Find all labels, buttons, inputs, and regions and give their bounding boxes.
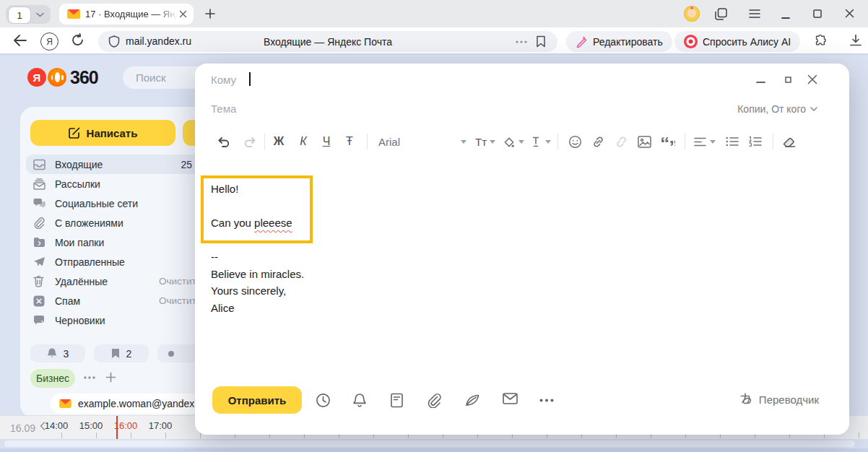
tab-groups-icon[interactable]	[715, 8, 727, 20]
compose-window: Кому Тема Копии, От кого Ж К Ч Ŧ Arial	[195, 64, 849, 435]
formatting-toolbar: Ж К Ч Ŧ Arial Tт	[195, 130, 849, 153]
letter-envelope-icon[interactable]	[503, 393, 518, 404]
bold-button[interactable]: Ж	[270, 130, 287, 153]
account-email: example.woman@yandex.ru	[78, 398, 207, 409]
compose-minimize-icon[interactable]	[756, 82, 765, 83]
horizontal-scrollbar[interactable]	[0, 439, 868, 448]
redo-icon[interactable]	[241, 130, 259, 153]
browser-chrome: 1 17 · Входящие — Яндекс	[0, 0, 868, 27]
strikethrough-button[interactable]: Ŧ	[341, 130, 358, 153]
template-document-icon[interactable]	[391, 393, 403, 408]
compose-expand-icon[interactable]	[785, 77, 791, 83]
folder-label: Черновики	[55, 315, 105, 326]
extensions-puzzle-icon[interactable]	[813, 33, 828, 48]
attach-paperclip-icon[interactable]	[427, 393, 441, 408]
signature-block[interactable]: -- Believe in miracles. Yours sincerely,…	[211, 248, 304, 316]
chevron-down-icon[interactable]	[36, 12, 44, 17]
compose-pencil-icon	[69, 127, 80, 139]
menu-icon[interactable]	[749, 9, 760, 18]
window-close-icon[interactable]	[845, 9, 854, 18]
align-select[interactable]	[692, 130, 718, 153]
yandex-home-icon[interactable]: Я	[40, 32, 58, 51]
folder-label: Рассылки	[55, 178, 100, 190]
chevron-down-icon	[710, 140, 716, 144]
chevron-down-icon	[810, 107, 817, 111]
cc-from-toggle[interactable]: Копии, От кого	[737, 103, 817, 115]
bell-icon	[47, 348, 57, 359]
refresh-icon[interactable]	[71, 33, 84, 47]
subject-field[interactable]: Тема	[211, 103, 236, 115]
reminder-bell-icon[interactable]	[352, 393, 367, 408]
bottom-edge	[0, 448, 868, 452]
body-line-2[interactable]: Can you pleeese	[211, 217, 292, 229]
reminders-pill[interactable]: 3	[30, 344, 85, 362]
underline-button[interactable]: Ч	[318, 130, 335, 153]
tab-close-icon[interactable]	[179, 10, 187, 18]
new-tab-icon[interactable]	[205, 9, 215, 19]
numbered-list-icon[interactable]	[745, 130, 765, 153]
body-line-1[interactable]: Hello!	[211, 183, 238, 195]
font-family-select[interactable]: Arial	[376, 130, 469, 153]
bookmarks-pill[interactable]: 2	[94, 344, 149, 362]
stationery-quill-icon[interactable]	[464, 393, 480, 407]
text-cursor	[249, 72, 251, 86]
misspelled-word[interactable]: pleeese	[254, 217, 292, 229]
text-color-button[interactable]	[529, 130, 553, 153]
timeline-tick	[61, 433, 62, 438]
clear-formatting-eraser-icon[interactable]	[778, 130, 799, 153]
bookmark-flag-icon	[111, 348, 120, 359]
translator-button[interactable]: Переводчик	[739, 392, 819, 407]
compose-close-icon[interactable]	[807, 74, 817, 84]
remove-link-icon[interactable]	[611, 130, 631, 153]
avatar[interactable]	[684, 6, 700, 22]
downloads-icon[interactable]	[849, 34, 862, 47]
bullet-list-icon[interactable]	[722, 130, 742, 153]
font-size-select[interactable]: Tт	[472, 130, 498, 153]
insert-image-icon[interactable]	[634, 130, 654, 153]
back-icon[interactable]	[13, 34, 27, 47]
url-field[interactable]: mail.yandex.ru Входящие — Яндекс Почта	[98, 31, 557, 52]
send-button[interactable]: Отправить	[212, 386, 302, 414]
inbox-icon	[33, 159, 45, 170]
schedule-send-clock-icon[interactable]	[316, 393, 331, 408]
signature-line: Believe in miracles.	[211, 266, 304, 283]
ask-alice-button[interactable]: Спросить Алису AI	[674, 31, 800, 52]
emoji-icon[interactable]	[565, 130, 585, 153]
highlight-color-button[interactable]	[501, 130, 526, 153]
folder-icon	[33, 237, 45, 248]
translator-label: Переводчик	[759, 394, 819, 406]
quote-icon[interactable]	[657, 130, 679, 153]
browser-tab[interactable]: 17 · Входящие — Яндекс	[59, 4, 194, 25]
current-time-line	[116, 416, 118, 440]
window-maximize-icon[interactable]	[813, 9, 822, 18]
mail-envelope-icon	[59, 399, 71, 408]
compose-button[interactable]: Написать	[30, 120, 175, 146]
italic-button[interactable]: К	[295, 130, 312, 153]
yandex-logo[interactable]: Я	[27, 68, 46, 87]
undo-icon[interactable]	[215, 130, 233, 153]
signature-line: Alice	[211, 300, 304, 317]
account-chip[interactable]: example.woman@yandex.ru	[51, 394, 204, 414]
alice-icon	[684, 35, 698, 48]
compose-more-icon[interactable]	[539, 399, 554, 402]
url-more-icon[interactable]	[516, 40, 527, 43]
logo-360-text: 360	[70, 67, 98, 88]
chevron-down-icon	[518, 140, 524, 144]
edit-pencil-icon	[576, 35, 588, 48]
insert-link-icon[interactable]	[588, 130, 608, 153]
trash-icon	[33, 275, 45, 287]
tag-business[interactable]: Бизнес	[30, 369, 75, 388]
edit-page-button[interactable]: Редактировать	[566, 31, 672, 52]
tab-counter[interactable]: 1	[6, 5, 51, 24]
to-field[interactable]: Кому	[211, 74, 236, 86]
folder-label: Удалённые	[55, 276, 108, 287]
add-tag-icon[interactable]	[105, 372, 116, 383]
logo-360-icon[interactable]	[48, 68, 66, 87]
tab-count[interactable]: 1	[8, 6, 31, 24]
bookmark-icon[interactable]	[536, 35, 546, 48]
page-title: Входящие — Яндекс Почта	[98, 36, 557, 48]
signature-line: Yours sincerely,	[211, 282, 304, 300]
scrollbar-thumb[interactable]	[4, 440, 855, 447]
window-minimize-icon[interactable]	[781, 17, 790, 19]
tags-more-icon[interactable]	[84, 376, 95, 379]
